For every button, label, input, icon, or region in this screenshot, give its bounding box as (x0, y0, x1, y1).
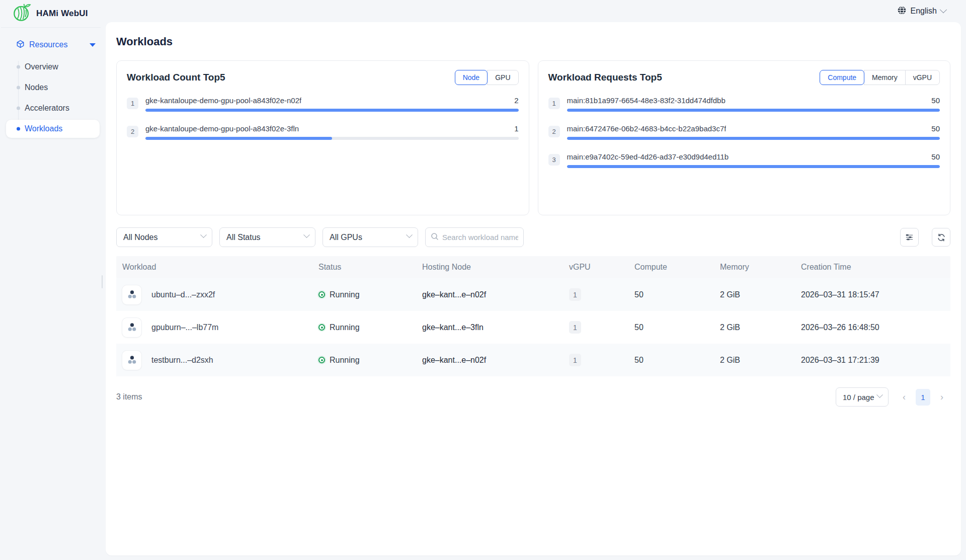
table-header-cell: Memory (714, 263, 795, 272)
gpu-filter-value: All GPUs (330, 233, 362, 242)
language-selector[interactable]: English (897, 6, 946, 17)
table-row[interactable]: gpuburn–...–lb77m Running gke–kant...e–3… (116, 311, 950, 344)
status-running-icon (318, 324, 325, 331)
table-row[interactable]: testburn...–d2sxh Running gke–kant...e–n… (116, 344, 950, 376)
count-rank-list: 1 gke-kantaloupe-demo-gpu-pool-a843f02e-… (127, 96, 519, 140)
rank-row: 1 main:81b1a997-6654-48e3-83f2-31dd474df… (548, 96, 940, 112)
status-label: Running (330, 356, 360, 365)
requests-rank-list: 1 main:81b1a997-6654-48e3-83f2-31dd474df… (548, 96, 940, 168)
sidebar-section-resources[interactable]: Resources (0, 35, 106, 55)
vgpu-badge: 1 (569, 288, 581, 301)
brand: HAMi WebUI (1, 0, 101, 28)
sidebar: HAMi WebUI Resources Overview (0, 0, 106, 560)
workload-name[interactable]: ubuntu–d...–zxx2f (151, 290, 215, 299)
memory-value: 2 GiB (714, 323, 795, 332)
next-page-button[interactable]: › (933, 387, 950, 407)
sidebar-item[interactable]: Accelerators (6, 99, 100, 117)
sidebar-items: Overview Nodes Accelerators Workloads (0, 58, 106, 140)
cube-icon (16, 40, 25, 50)
refresh-button[interactable] (932, 228, 950, 247)
main-column: English Workloads Workload Count Top5 No… (106, 0, 966, 560)
creation-time: 2026–03–31 17:21:39 (795, 356, 950, 365)
chevron-down-icon (406, 231, 413, 238)
vgpu-badge: 1 (569, 321, 581, 334)
creation-time: 2026–03–26 16:48:50 (795, 323, 950, 332)
rank-row: 2 gke-kantaloupe-demo-gpu-pool-a843f02e-… (127, 124, 519, 140)
status-running-icon (318, 291, 325, 298)
rank-value: 50 (931, 96, 940, 105)
chevron-down-icon (200, 231, 207, 238)
topbar: English (106, 0, 966, 22)
status-running-icon (318, 357, 325, 363)
sidebar-item-label: Accelerators (25, 104, 69, 113)
sidebar-item-label: Overview (25, 62, 58, 71)
workload-count-card: Workload Count Top5 Node GPU (116, 60, 529, 215)
vgpu-badge: 1 (569, 354, 581, 366)
rank-name: main:81b1a997-6654-48e3-83f2-31dd474dfdb… (567, 96, 726, 105)
table-header-row: Workload Status Hosting Node vGPU Comput… (116, 256, 950, 278)
column-settings-button[interactable] (900, 228, 919, 247)
search-icon (431, 232, 439, 243)
toggle-button[interactable]: Node (455, 70, 488, 85)
sidebar-section-label: Resources (29, 40, 86, 49)
page-size-select[interactable]: 10 / page (836, 387, 889, 407)
toggle-button[interactable]: Compute (820, 70, 864, 85)
sidebar-item-label: Workloads (25, 124, 62, 133)
bar-fill (567, 165, 940, 168)
column-settings-icon (905, 232, 914, 242)
node-filter-select[interactable]: All Nodes (116, 227, 212, 247)
toggle-button[interactable]: GPU (487, 70, 518, 85)
refresh-icon (937, 233, 946, 242)
sidebar-item[interactable]: Overview (6, 58, 100, 76)
pods-icon (127, 355, 137, 365)
rank-badge: 2 (548, 126, 560, 137)
tree-dot-icon (17, 127, 20, 131)
page-title: Workloads (116, 35, 950, 48)
page-number-button[interactable]: 1 (916, 389, 930, 406)
status-label: Running (330, 290, 360, 299)
pods-icon (127, 289, 137, 300)
sidebar-item[interactable]: Workloads (6, 120, 100, 138)
gpu-filter-select[interactable]: All GPUs (323, 227, 418, 247)
bar-track (567, 165, 940, 168)
bar-track (145, 109, 519, 112)
status-filter-select[interactable]: All Status (219, 227, 315, 247)
chevron-down-icon (940, 6, 947, 13)
workload-avatar (122, 318, 141, 337)
table-footer: 3 items 10 / page ‹ 1 › (116, 387, 950, 407)
table-row[interactable]: ubuntu–d...–zxx2f Running gke–kant...e–n… (116, 278, 950, 311)
toggle-button[interactable]: Memory (864, 70, 906, 85)
hosting-node: gke–kant...e–n02f (416, 290, 563, 299)
rank-name: main:e9a7402c-59ed-4d26-ad37-e30d9d4ed11… (567, 152, 729, 161)
chevron-down-icon (303, 231, 310, 238)
bar-track (567, 137, 940, 140)
rank-value: 50 (931, 124, 940, 133)
prev-page-button[interactable]: ‹ (896, 387, 913, 407)
workloads-table: Workload Status Hosting Node vGPU Comput… (116, 256, 950, 376)
bar-fill (567, 137, 940, 140)
workload-search[interactable] (425, 227, 524, 247)
top5-cards: Workload Count Top5 Node GPU (116, 60, 950, 215)
memory-value: 2 GiB (714, 290, 795, 299)
sidebar-item[interactable]: Nodes (6, 78, 100, 97)
hami-logo-icon (12, 3, 31, 24)
node-filter-value: All Nodes (123, 233, 157, 242)
tree-dot-icon (17, 65, 20, 69)
workload-name[interactable]: testburn...–d2sxh (151, 356, 213, 365)
table-header-cell: Creation Time (795, 263, 950, 272)
filter-bar: All Nodes All Status All GPUs (116, 227, 950, 247)
sidebar-item-label: Nodes (25, 83, 48, 92)
app-root: HAMi WebUI Resources Overview (0, 0, 966, 560)
pods-icon (127, 322, 137, 333)
workload-name[interactable]: gpuburn–...–lb77m (151, 323, 218, 332)
toggle-button[interactable]: vGPU (905, 70, 940, 85)
search-input[interactable] (442, 233, 518, 242)
rank-name: main:6472476e-06b2-4683-b4cc-b22a9bad3c7… (567, 124, 727, 133)
card-title: Workload Count Top5 (127, 72, 225, 83)
count-view-toggle: Node GPU (455, 70, 519, 85)
bar-fill (567, 109, 940, 112)
tree-dot-icon (17, 86, 20, 90)
items-total: 3 items (116, 392, 142, 402)
sidebar-resize-handle[interactable] (102, 275, 103, 288)
rank-row: 2 main:6472476e-06b2-4683-b4cc-b22a9bad3… (548, 124, 940, 140)
